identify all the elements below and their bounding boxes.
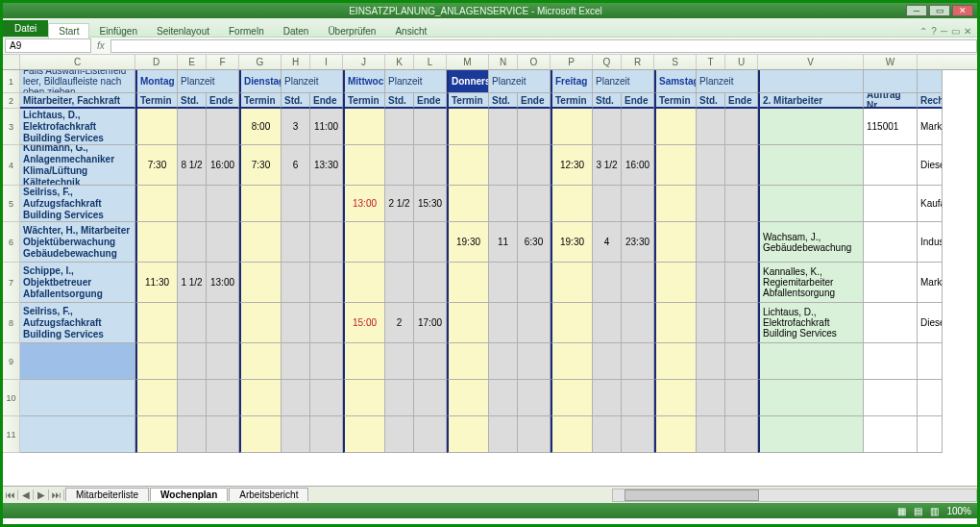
std-cell[interactable]: 3 <box>282 109 310 145</box>
termin-header[interactable]: Termin <box>654 93 697 109</box>
termin-cell[interactable] <box>551 263 593 303</box>
std-cell[interactable] <box>385 263 414 303</box>
ende-cell[interactable] <box>207 109 239 145</box>
col-header-C[interactable]: C <box>20 55 135 69</box>
ende-cell[interactable]: 15:30 <box>414 186 447 222</box>
ribbon-tab-überprüfen[interactable]: Überprüfen <box>318 24 385 38</box>
ende-cell[interactable]: 23:30 <box>622 222 654 263</box>
col-header-S[interactable]: S <box>654 55 697 69</box>
ribbon-tab-file[interactable]: Datei <box>3 20 48 37</box>
termin-cell[interactable]: 12:30 <box>551 145 593 186</box>
std-cell[interactable] <box>593 303 622 343</box>
mit2-cell[interactable] <box>758 145 864 186</box>
termin-cell[interactable] <box>135 380 178 416</box>
ende-header[interactable]: Ende <box>725 93 758 109</box>
termin-cell[interactable] <box>135 109 178 145</box>
ende-cell[interactable] <box>414 145 447 186</box>
sheet-tab-arbeitsbericht[interactable]: Arbeitsbericht <box>229 488 308 501</box>
std-cell[interactable] <box>593 380 622 416</box>
auftrag-header[interactable]: Auftrag Nr. <box>864 93 918 109</box>
std-cell[interactable] <box>385 343 414 380</box>
termin-cell[interactable] <box>343 145 385 186</box>
termin-cell[interactable] <box>239 263 282 303</box>
termin-cell[interactable] <box>135 303 178 343</box>
row-header-9[interactable]: 9 <box>3 343 20 380</box>
termin-cell[interactable] <box>551 109 593 145</box>
employee-cell[interactable] <box>20 343 135 380</box>
auftrag-cell[interactable] <box>864 380 918 416</box>
ende-cell[interactable] <box>725 222 758 263</box>
auftrag-cell[interactable] <box>864 263 918 303</box>
termin-header[interactable]: Termin <box>551 93 593 109</box>
std-cell[interactable] <box>178 186 207 222</box>
ende-cell[interactable] <box>622 303 654 343</box>
ende-cell[interactable] <box>622 186 654 222</box>
ende-cell[interactable] <box>310 416 343 453</box>
ende-cell[interactable] <box>414 343 447 380</box>
employee-cell[interactable]: Kühlmann, G., Anlagenmechaniker Klima/Lü… <box>20 145 135 186</box>
emp-header[interactable]: Mitarbeiter, Fachkraft <box>20 93 135 109</box>
tab-nav-last[interactable]: ⏭ <box>49 489 64 500</box>
ansch-cell[interactable]: Diese <box>918 303 943 343</box>
col-header-V[interactable]: V <box>758 55 864 69</box>
termin-cell[interactable] <box>343 416 385 453</box>
ribbon-tab-einfügen[interactable]: Einfügen <box>89 24 146 38</box>
std-cell[interactable] <box>178 343 207 380</box>
termin-cell[interactable] <box>654 380 697 416</box>
ende-header[interactable]: Ende <box>414 93 447 109</box>
employee-cell[interactable] <box>20 380 135 416</box>
ribbon-tab-daten[interactable]: Daten <box>274 24 319 38</box>
ribbon-tab-seitenlayout[interactable]: Seitenlayout <box>147 24 219 38</box>
termin-cell[interactable] <box>447 186 489 222</box>
row-header-5[interactable]: 5 <box>3 186 20 222</box>
an-spacer[interactable] <box>918 70 943 93</box>
ende-cell[interactable] <box>518 186 551 222</box>
minimize-ribbon-icon[interactable]: ⌃ <box>919 26 927 37</box>
ende-cell[interactable] <box>310 303 343 343</box>
termin-cell[interactable] <box>654 263 697 303</box>
ende-cell[interactable] <box>310 186 343 222</box>
tab-nav-first[interactable]: ⏮ <box>3 489 18 500</box>
mit2-cell[interactable] <box>758 343 864 380</box>
window-min-icon[interactable]: ─ <box>941 26 947 37</box>
col-header-W[interactable]: W <box>864 55 918 69</box>
ansch-header[interactable]: Rech <box>918 93 943 109</box>
zoom-level[interactable]: 100% <box>946 506 971 516</box>
ende-cell[interactable] <box>518 145 551 186</box>
std-cell[interactable] <box>178 380 207 416</box>
std-cell[interactable] <box>282 343 310 380</box>
ende-cell[interactable] <box>518 343 551 380</box>
termin-cell[interactable]: 8:00 <box>239 109 282 145</box>
ende-cell[interactable] <box>622 263 654 303</box>
std-cell[interactable] <box>697 380 725 416</box>
mit2-cell[interactable]: Lichtaus, D., Elektrofachkraft Building … <box>758 303 864 343</box>
ende-cell[interactable] <box>725 145 758 186</box>
std-cell[interactable] <box>385 109 414 145</box>
std-cell[interactable] <box>697 109 725 145</box>
ende-cell[interactable] <box>207 186 239 222</box>
ansch-cell[interactable] <box>918 416 943 453</box>
termin-cell[interactable] <box>447 416 489 453</box>
ende-cell[interactable] <box>207 416 239 453</box>
col-header-G[interactable]: G <box>239 55 282 69</box>
mit2-cell[interactable] <box>758 380 864 416</box>
termin-cell[interactable] <box>343 263 385 303</box>
ansch-cell[interactable] <box>918 380 943 416</box>
ansch-cell[interactable]: Diese <box>918 145 943 186</box>
ende-cell[interactable] <box>310 222 343 263</box>
ende-cell[interactable] <box>310 380 343 416</box>
auftrag-cell[interactable] <box>864 222 918 263</box>
ende-cell[interactable]: 11:00 <box>310 109 343 145</box>
std-cell[interactable] <box>178 303 207 343</box>
ribbon-tab-formeln[interactable]: Formeln <box>219 24 274 38</box>
col-header-O[interactable]: O <box>518 55 551 69</box>
mit2-cell[interactable]: Kannalles, K., Regiemitarbeiter Abfallen… <box>758 263 864 303</box>
tab-nav-prev[interactable]: ◀ <box>18 489 34 500</box>
termin-cell[interactable] <box>239 186 282 222</box>
termin-cell[interactable] <box>654 109 697 145</box>
std-header[interactable]: Std. <box>282 93 310 109</box>
std-cell[interactable] <box>489 145 518 186</box>
termin-cell[interactable] <box>239 380 282 416</box>
termin-cell[interactable] <box>654 303 697 343</box>
planzeit-header[interactable]: Planzeit <box>697 70 758 93</box>
